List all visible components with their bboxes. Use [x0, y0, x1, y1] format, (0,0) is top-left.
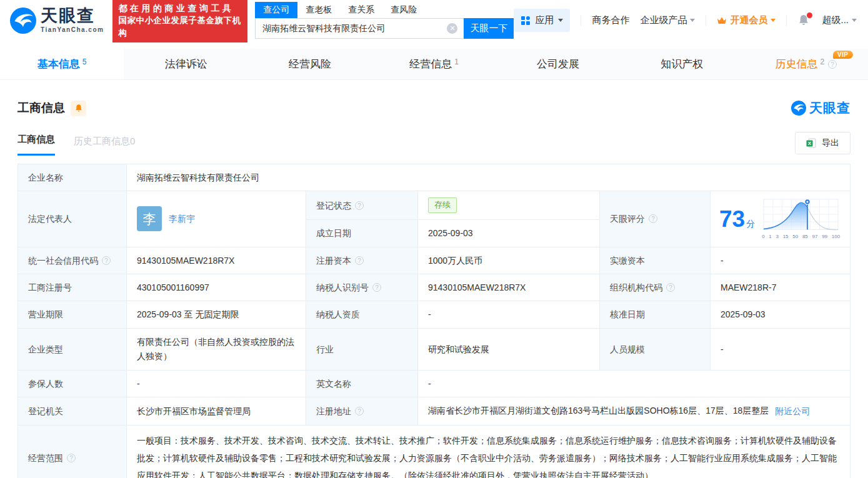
score-value: 73 — [719, 206, 745, 232]
industry-label: 行业 — [306, 329, 418, 371]
enterprise-label: 企业级产品 — [640, 14, 687, 26]
section-header: 工商信息 天眼查 — [17, 99, 851, 117]
company-type-label: 企业类型 — [18, 329, 127, 371]
taxpayer-id-value: 91430105MAEW218R7X — [418, 274, 600, 301]
industry-value: 研究和试验发展 — [418, 329, 600, 371]
score-number: 73分 — [719, 207, 755, 231]
tianyancha-watermark: 天眼查 — [791, 99, 851, 117]
tab-label: 法律诉讼 — [165, 57, 207, 71]
insured-count-value: - — [127, 371, 306, 397]
english-name-value: - — [418, 371, 851, 397]
divider — [706, 15, 706, 26]
tab-count: 2 — [820, 57, 824, 66]
top-header: 天眼查 TianYanCha.com 都在用的商业查询工具 国家中小企业发展子基… — [0, 0, 868, 41]
nav-enterprise-products[interactable]: 企业级产品 — [640, 14, 695, 26]
search-tab-company[interactable]: 查公司 — [255, 2, 297, 18]
taxpayer-quality-value: - — [418, 301, 600, 328]
table-row: 企业名称 湖南拓维云智科技有限责任公司 — [18, 164, 851, 191]
subtab-business-info[interactable]: 工商信息 — [17, 134, 55, 156]
score-cell: 73分 — [711, 191, 851, 247]
help-icon[interactable]: ? — [372, 283, 381, 292]
chevron-down-icon — [558, 19, 563, 22]
legal-rep-link[interactable]: 李新宇 — [169, 212, 195, 226]
table-row: 营业期限 2025-09-03 至 无固定期限 纳税人资质 - 核准日期 202… — [18, 301, 851, 328]
staff-size-value: - — [711, 329, 851, 371]
company-name-value: 湖南拓维云智科技有限责任公司 — [127, 164, 851, 191]
english-name-label: 英文名称 — [306, 371, 418, 397]
reg-address-label: 注册地址 — [316, 404, 351, 418]
legal-rep-avatar[interactable]: 李 — [137, 206, 162, 231]
tab-label: 经营信息 — [409, 57, 452, 71]
score-axis-labels: 0131550859799100 — [762, 233, 840, 241]
notifications-button[interactable] — [797, 14, 811, 27]
tab-history-info[interactable]: VIP 历史信息 2 ? — [744, 49, 868, 79]
logo-swirl-icon — [10, 7, 36, 34]
legal-rep-label: 法定代表人 — [18, 191, 127, 247]
tianyancha-logo[interactable]: 天眼查 TianYanCha.com — [10, 7, 104, 34]
tab-company-development[interactable]: 公司发展 — [496, 49, 620, 79]
business-scope-label: 经营范围 — [28, 451, 63, 465]
org-code-label: 组织机构代码 — [610, 281, 662, 294]
help-icon[interactable]: ? — [102, 256, 111, 265]
apps-grid-icon — [521, 16, 531, 26]
search-tab-relation[interactable]: 查关系 — [340, 2, 382, 18]
business-term-label: 营业期限 — [18, 301, 127, 328]
subscribe-bell-button[interactable] — [71, 101, 86, 116]
tab-label: 经营风险 — [289, 57, 331, 71]
tab-basic-info[interactable]: 基本信息 5 — [0, 49, 124, 79]
apps-label: 应用 — [535, 14, 554, 26]
tab-operation-info[interactable]: 经营信息 1 — [372, 49, 496, 79]
paid-capital-value: - — [711, 247, 851, 274]
chevron-down-icon — [771, 19, 776, 22]
company-name-label: 企业名称 — [18, 164, 127, 191]
taxpayer-quality-label: 纳税人资质 — [306, 301, 418, 328]
tab-intellectual-property[interactable]: 知识产权 — [620, 49, 744, 79]
export-label: 导出 — [822, 137, 839, 149]
main-content: 工商信息 天眼查 工商信息 历史工商信息0 X 导出 — [0, 99, 868, 478]
search-tab-boss[interactable]: 查老板 — [297, 2, 340, 18]
help-icon[interactable]: ? — [355, 407, 364, 416]
table-row: 经营范围 ? 一般项目：技术服务、技术开发、技术咨询、技术交流、技术转让、技术推… — [18, 426, 851, 478]
export-button[interactable]: X 导出 — [795, 132, 851, 154]
tab-count: 1 — [454, 57, 459, 66]
help-icon[interactable]: ? — [67, 454, 76, 462]
help-icon[interactable]: ? — [649, 214, 657, 223]
tab-operation-risk[interactable]: 经营风险 — [248, 49, 372, 79]
search-tabs: 查公司 查老板 查关系 查风险 — [255, 2, 514, 18]
paid-capital-label: 实缴资本 — [600, 247, 711, 274]
subtab-history-business-info[interactable]: 历史工商信息0 — [74, 136, 135, 156]
open-vip-button[interactable]: 开通会员 — [717, 14, 776, 26]
svg-text:X: X — [808, 141, 812, 146]
apps-menu-button[interactable]: 应用 — [514, 9, 570, 32]
nearby-companies-link[interactable]: 附近公司 — [775, 404, 810, 418]
search-input[interactable] — [255, 18, 464, 39]
org-code-value: MAEW218R-7 — [711, 274, 851, 301]
reg-status-label: 登记状态 — [316, 199, 351, 212]
help-icon[interactable]: ? — [355, 256, 364, 265]
company-section-tabs: 基本信息 5 法律诉讼 经营风险 经营信息 1 公司发展 知识产权 VIP 历史… — [0, 49, 868, 80]
help-icon[interactable]: ? — [828, 60, 837, 69]
score-label-cell: 天眼评分 ? — [600, 191, 711, 247]
reg-number-label: 工商注册号 — [18, 274, 127, 301]
search-button[interactable]: 天眼一下 — [464, 18, 514, 39]
help-icon[interactable]: ? — [666, 283, 675, 292]
reg-authority-value: 长沙市开福区市场监督管理局 — [127, 397, 306, 426]
score-unit: 分 — [746, 219, 755, 229]
business-info-table: 企业名称 湖南拓维云智科技有限责任公司 法定代表人 李 李新宇 登记状态 ? 存… — [17, 164, 851, 478]
user-account-menu[interactable]: 超级... — [822, 14, 857, 26]
approval-date-label: 核准日期 — [600, 301, 711, 328]
nav-business-cooperation[interactable]: 商务合作 — [592, 14, 629, 26]
search-area: 查公司 查老板 查关系 查风险 ✕ 天眼一下 — [255, 2, 514, 39]
staff-size-label: 人员规模 — [600, 329, 711, 371]
watermark-text: 天眼查 — [809, 99, 851, 117]
search-tab-risk[interactable]: 查风险 — [382, 2, 425, 18]
org-code-label-cell: 组织机构代码 ? — [600, 274, 711, 301]
reg-address-label-cell: 注册地址 ? — [306, 397, 418, 426]
business-term-value: 2025-09-03 至 无固定期限 — [127, 301, 306, 328]
promo-line2: 国家中小企业发展子基金旗下机构 — [118, 14, 242, 39]
sub-tabs: 工商信息 历史工商信息0 X 导出 — [17, 132, 851, 156]
notification-dot — [807, 12, 812, 18]
tab-legal-lawsuits[interactable]: 法律诉讼 — [124, 49, 247, 79]
reg-status-cell: 存续 — [418, 191, 600, 220]
help-icon[interactable]: ? — [355, 201, 364, 210]
